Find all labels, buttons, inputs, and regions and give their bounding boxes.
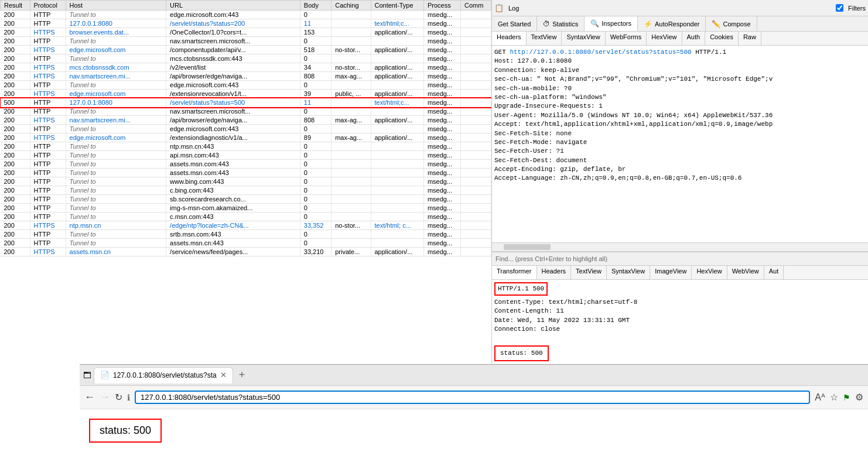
cell-url: nav.smartscreen.microsoft...	[166, 107, 300, 116]
forward-button[interactable]: →	[100, 391, 110, 403]
table-row[interactable]: 200 HTTPS nav.smartscreen.mi... /api/bro…	[1, 116, 491, 125]
res-tab-webview[interactable]: WebView	[727, 266, 764, 279]
table-row[interactable]: 200 HTTP 127.0.0.1:8080 /servlet/status?…	[1, 19, 491, 28]
table-row[interactable]: 200 HTTPS edge.microsoft.com /extensionr…	[1, 90, 491, 98]
tab-inspectors[interactable]: 🔍 Inspectors	[585, 16, 638, 31]
cell-process: msedg...	[423, 63, 460, 72]
cell-protocol: HTTP	[30, 37, 66, 46]
filters-label: Filters	[848, 5, 866, 12]
cell-host: edge.microsoft.com	[66, 46, 166, 54]
back-button[interactable]: ←	[84, 391, 95, 403]
req-tab-headers[interactable]: Headers	[492, 32, 527, 45]
table-row[interactable]: 200 HTTP Tunnel to srtb.msn.com:443 0 ms…	[1, 230, 491, 239]
req-tab-raw[interactable]: Raw	[739, 32, 761, 45]
req-tab-hexview[interactable]: HexView	[647, 32, 682, 45]
table-row[interactable]: 200 HTTP Tunnel to edge.microsoft.com:44…	[1, 11, 491, 19]
cell-protocol: HTTPS	[30, 90, 66, 98]
table-row[interactable]: 200 HTTP Tunnel to edge.microsoft.com:44…	[1, 81, 491, 90]
cell-url: /servlet/status?status=200	[166, 19, 300, 28]
bookmark-icon[interactable]: ☆	[830, 392, 838, 403]
cell-comment	[461, 63, 491, 72]
res-tab-textview[interactable]: TextView	[571, 266, 607, 279]
extension-icon[interactable]: ⚑	[843, 393, 850, 402]
table-row[interactable]: 200 HTTPS nav.smartscreen.mi... /api/bro…	[1, 72, 491, 81]
table-row[interactable]: 200 HTTP Tunnel to www.bing.com:443 0 ms…	[1, 177, 491, 186]
table-row[interactable]: 200 HTTPS edge.microsoft.com /componentu…	[1, 46, 491, 54]
cell-caching	[332, 37, 371, 46]
tab-get-started[interactable]: Get Started	[492, 16, 537, 31]
req-tab-cookies[interactable]: Cookies	[705, 32, 739, 45]
table-row[interactable]: 200 HTTP Tunnel to edge.microsoft.com:44…	[1, 125, 491, 133]
find-bar-text: Find... (press Ctrl+Enter to highlight a…	[495, 255, 607, 262]
cell-url: edge.microsoft.com:443	[166, 11, 300, 19]
tab-compose[interactable]: ✏️ Compose	[706, 16, 757, 31]
table-row[interactable]: 200 HTTP Tunnel to nav.smartscreen.micro…	[1, 107, 491, 116]
cell-body: 0	[300, 230, 331, 239]
find-bar[interactable]: Find... (press Ctrl+Enter to highlight a…	[492, 252, 868, 266]
res-tab-auth[interactable]: Aut	[764, 266, 784, 279]
table-row[interactable]: 200 HTTP Tunnel to img-s-msn-com.akamaiz…	[1, 204, 491, 213]
table-row[interactable]: 200 HTTPS browser.events.dat... /OneColl…	[1, 28, 491, 37]
table-row[interactable]: 200 HTTP Tunnel to c.msn.com:443 0 msedg…	[1, 213, 491, 221]
log-icon: 📋	[494, 4, 504, 12]
cell-host: Tunnel to	[66, 195, 166, 204]
cell-url: img-s-msn-com.akamaized...	[166, 204, 300, 213]
table-row[interactable]: 200 HTTP Tunnel to ntp.msn.cn:443 0 msed…	[1, 142, 491, 151]
req-tab-textview[interactable]: TextView	[527, 32, 562, 45]
browser-tab[interactable]: 📄 127.0.0.1:8080/servlet/status?sta ✕	[94, 367, 233, 383]
cell-result: 200	[1, 133, 30, 142]
table-row[interactable]: 200 HTTP Tunnel to assets.msn.com:443 0 …	[1, 160, 491, 169]
table-row[interactable]: 200 HTTPS ntp.msn.cn /edge/ntp?locale=zh…	[1, 221, 491, 230]
table-row[interactable]: 200 HTTP Tunnel to api.msn.com:443 0 mse…	[1, 151, 491, 160]
settings-icon[interactable]: ⚙	[855, 392, 863, 403]
cell-content-type: application/...	[371, 90, 423, 98]
table-row[interactable]: 200 HTTPS assets.msn.cn /service/news/fe…	[1, 248, 491, 256]
cell-process: msedg...	[423, 116, 460, 125]
req-tab-webforms[interactable]: WebForms	[606, 32, 647, 45]
cell-process: msedg...	[423, 186, 460, 195]
table-row[interactable]: 200 HTTP Tunnel to nav.smartscreen.micro…	[1, 37, 491, 46]
font-size-icon[interactable]: Aᴬ	[815, 392, 825, 403]
cell-content-type	[371, 239, 423, 248]
res-tab-imageview[interactable]: ImageView	[650, 266, 692, 279]
table-row[interactable]: 200 HTTP Tunnel to mcs.ctobsnssdk.com:44…	[1, 54, 491, 63]
cell-caching: no-stor...	[332, 221, 371, 230]
res-tab-hexview[interactable]: HexView	[692, 266, 727, 279]
h-scroll-thumb[interactable]	[504, 244, 551, 250]
table-row[interactable]: 200 HTTP Tunnel to assets.msn.com:443 0 …	[1, 169, 491, 177]
table-row[interactable]: 200 HTTP Tunnel to c.bing.com:443 0 msed…	[1, 186, 491, 195]
tab-close-icon[interactable]: ✕	[220, 371, 227, 379]
cell-url: c.msn.com:443	[166, 213, 300, 221]
cell-process: msedg...	[423, 213, 460, 221]
table-row[interactable]: 500 HTTP 127.0.0.1:8080 /servlet/status?…	[1, 98, 491, 107]
cell-comment	[461, 221, 491, 230]
res-tab-syntaxview[interactable]: SyntaxView	[607, 266, 650, 279]
h-scrollbar[interactable]	[492, 242, 868, 252]
cell-caching	[332, 54, 371, 63]
req-tab-auth[interactable]: Auth	[682, 32, 706, 45]
cell-comment	[461, 142, 491, 151]
traffic-scroll[interactable]: Result Protocol Host URL Body Caching Co…	[0, 0, 491, 363]
req-tab-syntaxview[interactable]: SyntaxView	[562, 32, 605, 45]
table-row[interactable]: 200 HTTP Tunnel to sb.scorecardresearch.…	[1, 195, 491, 204]
table-row[interactable]: 200 HTTP Tunnel to assets.msn.cn:443 0 m…	[1, 239, 491, 248]
res-tab-transformer[interactable]: Transformer	[492, 266, 537, 279]
cell-protocol: HTTPS	[30, 116, 66, 125]
cell-process: msedg...	[423, 125, 460, 133]
refresh-button[interactable]: ↻	[115, 392, 122, 403]
cell-process: msedg...	[423, 133, 460, 142]
cell-comment	[461, 230, 491, 239]
table-row[interactable]: 200 HTTPS edge.microsoft.com /extensiond…	[1, 133, 491, 142]
cell-result: 200	[1, 46, 30, 54]
tab-autoresponder[interactable]: ⚡ AutoResponder	[638, 16, 706, 31]
res-tab-headers[interactable]: Headers	[537, 266, 572, 279]
cell-host: Tunnel to	[66, 54, 166, 63]
table-row[interactable]: 200 HTTPS mcs.ctobsnssdk.com /v2/event/l…	[1, 63, 491, 72]
cell-body: 34	[300, 63, 331, 72]
cell-protocol: HTTP	[30, 151, 66, 160]
address-bar[interactable]	[141, 393, 804, 402]
cell-host: Tunnel to	[66, 169, 166, 177]
filters-checkbox[interactable]	[836, 4, 843, 12]
new-tab-plus[interactable]: +	[235, 369, 249, 381]
tab-statistics[interactable]: ⏱ Statistics	[537, 16, 585, 31]
